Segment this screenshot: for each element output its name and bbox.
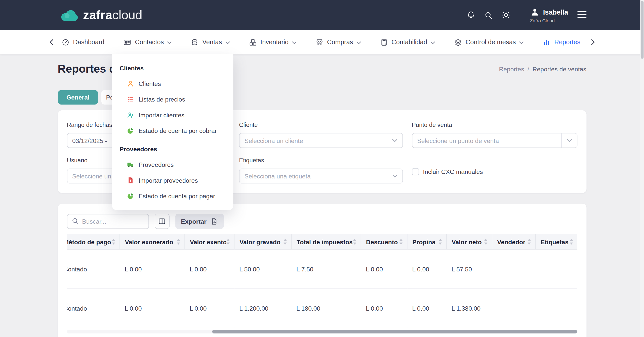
sales-report-table: Método de pago Valor exonerado Valor exe…: [67, 234, 577, 328]
table-cell: L 180.00: [291, 288, 361, 328]
receivable-pie-icon: [127, 127, 134, 134]
table-cell: Contado: [67, 249, 120, 288]
nav-item-label: Ventas: [202, 38, 222, 46]
table-column-header[interactable]: Descuento: [361, 234, 407, 249]
dropdown-section-title: Proveedores: [112, 145, 233, 153]
hamburger-menu-icon: [577, 11, 586, 18]
nav-item-label: Control de mesas: [466, 38, 516, 46]
table-column-header[interactable]: Valor exonerado: [120, 234, 185, 249]
table-cell: L 1,200.00: [234, 288, 291, 328]
nav-item-inventario[interactable]: Inventario: [249, 38, 296, 46]
etiquetas-select[interactable]: Selecciona una etiqueta: [239, 169, 403, 183]
menu-item-proveedores[interactable]: Proveedores: [112, 157, 233, 172]
menu-item-estado-cuenta-pagar[interactable]: Estado de cuenta por pagar: [112, 188, 233, 204]
cxc-checkbox[interactable]: [412, 168, 419, 175]
table-column-header[interactable]: Método de pago: [67, 234, 120, 249]
table-column-header[interactable]: Valor exento: [185, 234, 234, 249]
horizontal-scrollbar-thumb[interactable]: [212, 330, 577, 333]
columns-icon: [158, 217, 166, 225]
table-column-header[interactable]: Valor gravado: [234, 234, 291, 249]
nav-item-label: Dashboard: [73, 38, 104, 46]
menu-item-clientes[interactable]: Clientes: [112, 76, 233, 91]
punto-label: Punto de venta: [412, 122, 577, 128]
user-org: Zafra Cloud: [530, 18, 555, 23]
nav-item-contactos[interactable]: Contactos: [124, 38, 172, 46]
table-header-row: Método de pago Valor exonerado Valor exe…: [67, 234, 577, 249]
select-chevron-icon: [392, 174, 397, 178]
search-input[interactable]: [67, 214, 149, 229]
menu-item-estado-cuenta-cobrar[interactable]: Estado de cuenta por cobrar: [112, 123, 233, 138]
menu-item-importar-proveedores[interactable]: Importar proveedores: [112, 172, 233, 188]
brand-logo[interactable]: zafracloud: [59, 8, 142, 22]
hamburger-menu-button[interactable]: [577, 11, 586, 20]
menu-item-label: Proveedores: [139, 161, 174, 168]
table-cell: Contado: [67, 288, 120, 328]
nav-item-control-de-mesas[interactable]: Control de mesas: [454, 38, 524, 46]
select-chevron-icon: [392, 139, 397, 142]
table-column-header[interactable]: Propina: [407, 234, 447, 249]
cliente-placeholder: Selecciona un cliente: [239, 137, 303, 144]
nav-item-dashboard[interactable]: Dashboard: [61, 38, 104, 46]
etiquetas-placeholder: Selecciona una etiqueta: [239, 172, 311, 179]
results-card: Exportar Método de: [58, 204, 586, 337]
cloud-logo-icon: [59, 9, 79, 22]
select-chevron-icon: [567, 139, 572, 142]
table-cell: L 0.00: [120, 288, 185, 328]
main-nav: Dashboard Contactos Ventas: [0, 30, 644, 54]
nav-scroll-right-icon: [591, 39, 595, 45]
table-column-header[interactable]: Etiquetas: [535, 234, 577, 249]
columns-button[interactable]: [154, 214, 169, 229]
import-suppliers-file-icon: [127, 177, 134, 184]
punto-select[interactable]: Seleccione un punto de venta: [412, 133, 577, 148]
vertical-scrollbar-track[interactable]: [640, 0, 644, 337]
sort-icon: [353, 239, 357, 245]
filter-punto-de-venta: Punto de venta Seleccione un punto de ve…: [412, 122, 577, 148]
nav-item-ventas[interactable]: Ventas: [191, 38, 230, 46]
nav-item-compras[interactable]: Compras: [315, 38, 361, 46]
nav-item-reportes[interactable]: Reportes: [543, 38, 582, 46]
table-column-header[interactable]: Vendedor: [492, 234, 536, 249]
nav-scroll-left-button[interactable]: [47, 39, 56, 45]
accounting-icon: [380, 38, 388, 46]
vertical-scrollbar-thumb[interactable]: [641, 1, 644, 59]
table-row[interactable]: Contado L 0.00 L 0.00 L 1,200.00 L 180.0…: [67, 288, 577, 328]
nav-item-label: Contabilidad: [391, 38, 427, 46]
sort-icon: [527, 239, 531, 245]
user-menu[interactable]: Isabella Zafra Cloud: [530, 7, 568, 23]
usuario-placeholder: Seleccione un: [67, 172, 111, 179]
notifications-button[interactable]: [467, 11, 475, 20]
table-cell: L 1,380.00: [447, 288, 492, 328]
breadcrumb-reportes[interactable]: Reportes: [499, 66, 524, 73]
user-name: Isabella: [543, 8, 568, 16]
nav-scroll-right-button[interactable]: [588, 39, 597, 45]
menu-item-label: Importar clientes: [139, 111, 184, 118]
user-avatar-icon: [530, 7, 540, 17]
nav-item-label: Reportes: [554, 38, 580, 46]
horizontal-scrollbar-track[interactable]: [67, 330, 577, 333]
sort-icon: [177, 239, 180, 245]
select-chevron-zone: [561, 133, 577, 148]
app-root: zafracloud: [0, 0, 644, 337]
menu-item-listas-de-precios[interactable]: Listas de precios: [112, 91, 233, 107]
menu-item-label: Listas de precios: [139, 96, 185, 103]
export-button[interactable]: Exportar: [175, 214, 224, 229]
table-cell: L 0.00: [407, 249, 447, 288]
tab-general[interactable]: General: [58, 90, 98, 105]
cliente-select[interactable]: Selecciona un cliente: [239, 133, 403, 148]
theme-toggle-button[interactable]: [502, 11, 510, 20]
menu-item-importar-clientes[interactable]: Importar clientes: [112, 107, 233, 123]
table-row[interactable]: Contado L 0.00 L 0.00 L 50.00 L 7.50 L 0…: [67, 249, 577, 288]
global-search-button[interactable]: [484, 11, 493, 19]
table-column-header[interactable]: Valor neto: [447, 234, 492, 249]
table-cell: L 50.00: [234, 249, 291, 288]
nav-item-contabilidad[interactable]: Contabilidad: [380, 38, 435, 46]
export-button-label: Exportar: [181, 218, 206, 225]
suppliers-truck-icon: [127, 161, 134, 168]
sort-icon: [484, 239, 488, 245]
export-icon: [211, 218, 218, 225]
table-cell: L 0.00: [185, 288, 234, 328]
table-column-header[interactable]: Total de impuestos: [291, 234, 361, 249]
dashboard-icon: [61, 38, 69, 46]
search-icon: [71, 217, 79, 225]
chevron-down-icon: [519, 41, 524, 44]
